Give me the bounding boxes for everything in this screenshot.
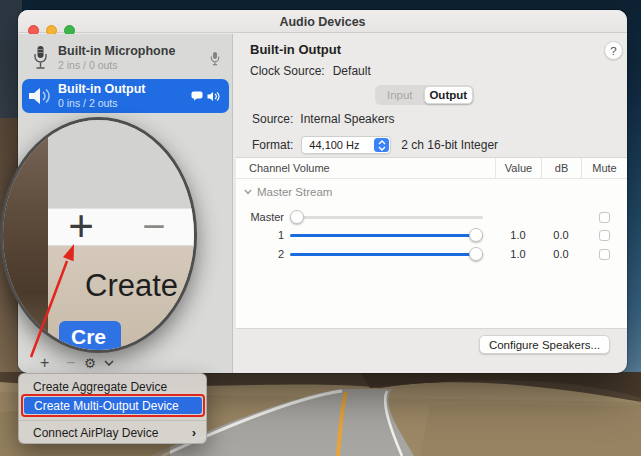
mute-checkbox[interactable] xyxy=(599,230,610,241)
sidebar-item-built-in-output[interactable]: Built-in Output 0 ins / 2 outs xyxy=(22,79,229,113)
header-db: dB xyxy=(541,158,581,178)
sample-rate-select[interactable]: 44,100 Hz xyxy=(301,136,391,154)
row-db: 0.0 xyxy=(541,229,581,241)
table-row-channel-1: 1 1.0 0.0 xyxy=(236,226,627,244)
context-menu: Create Aggregate Device Create Multi-Out… xyxy=(18,373,207,444)
format-label: Format: xyxy=(252,138,293,152)
speaker-icon xyxy=(22,86,58,106)
device-detail: 2 ins / 0 outs xyxy=(58,59,210,72)
window-title: Audio Devices xyxy=(18,15,627,29)
menu-item-label: Connect AirPlay Device xyxy=(33,426,158,440)
stepper-icon[interactable] xyxy=(374,138,389,152)
clock-source-value: Default xyxy=(333,64,371,78)
master-volume-slider[interactable] xyxy=(290,210,483,224)
tab-output[interactable]: Output xyxy=(424,86,474,104)
magnified-create-text: Create xyxy=(85,268,178,304)
submenu-chevron-icon: › xyxy=(192,425,196,440)
configure-speakers-button[interactable]: Configure Speakers... xyxy=(479,335,610,354)
header-mute: Mute xyxy=(581,158,627,178)
source-value: Internal Speakers xyxy=(300,112,394,126)
master-stream-group[interactable]: Master Stream xyxy=(244,186,332,198)
input-mic-icon xyxy=(210,51,220,66)
tab-input[interactable]: Input xyxy=(376,86,424,104)
titlebar[interactable]: Audio Devices xyxy=(18,10,627,33)
row-db: 0.0 xyxy=(541,248,581,260)
help-button[interactable]: ? xyxy=(604,41,623,60)
device-name: Built-in Microphone xyxy=(58,44,210,60)
channel-2-volume-slider[interactable] xyxy=(290,247,483,261)
table-row-master: Master xyxy=(236,208,627,226)
device-name: Built-in Output xyxy=(58,82,191,98)
device-detail: 0 ins / 2 outs xyxy=(58,97,191,110)
source-row: Source:Internal Speakers xyxy=(252,112,394,126)
magnifier-callout: + − Create Cre xyxy=(0,117,197,353)
row-label: Master xyxy=(236,211,284,223)
menu-item-create-multi-output-device[interactable]: Create Multi-Output Device xyxy=(24,397,202,414)
mute-checkbox[interactable] xyxy=(599,212,610,223)
menu-item-create-aggregate-device[interactable]: Create Aggregate Device xyxy=(19,378,206,395)
annotation-red-box: Create Multi-Output Device xyxy=(21,394,205,417)
header-value: Value xyxy=(495,158,541,178)
clock-source-row: Clock Source:Default xyxy=(250,64,371,78)
format-detail: 2 ch 16-bit Integer xyxy=(401,138,498,152)
table-row-channel-2: 2 1.0 0.0 xyxy=(236,245,627,263)
microphone-icon xyxy=(22,45,58,71)
io-segmented-control: Input Output xyxy=(375,85,474,105)
format-row: Format: 44,100 Hz 2 ch 16-bit Integer xyxy=(252,136,498,154)
clock-source-label: Clock Source: xyxy=(250,64,325,78)
gear-icon[interactable]: ⚙ xyxy=(84,355,96,371)
menu-separator xyxy=(19,420,206,421)
sample-rate-value: 44,100 Hz xyxy=(309,139,359,151)
group-label: Master Stream xyxy=(257,186,332,198)
row-value: 1.0 xyxy=(495,229,541,241)
row-label: 2 xyxy=(236,248,284,260)
row-value: 1.0 xyxy=(495,248,541,260)
screenshot-stage: Audio Devices Built-in Microphone xyxy=(0,0,641,456)
magnified-add-button: + xyxy=(61,204,101,248)
default-output-speaker-icon xyxy=(207,91,220,102)
add-device-button[interactable]: + xyxy=(40,354,49,372)
row-label: 1 xyxy=(236,229,284,241)
sidebar-item-built-in-microphone[interactable]: Built-in Microphone 2 ins / 0 outs xyxy=(22,41,229,75)
menu-item-connect-airplay-device[interactable]: Connect AirPlay Device › xyxy=(19,424,206,441)
table-header: Channel Volume Value dB Mute xyxy=(236,158,627,179)
header-channel-volume: Channel Volume xyxy=(236,162,495,174)
mute-checkbox[interactable] xyxy=(599,249,610,260)
channel-1-volume-slider[interactable] xyxy=(290,228,483,242)
chevron-down-icon[interactable] xyxy=(104,360,114,366)
source-label: Source: xyxy=(252,112,293,126)
remove-device-button[interactable]: − xyxy=(66,354,75,372)
alert-bubble-icon xyxy=(191,91,203,101)
channel-volume-table: Channel Volume Value dB Mute Master Stre… xyxy=(236,157,627,329)
selected-device-title: Built-in Output xyxy=(250,42,341,57)
magnified-remove-button: − xyxy=(135,206,173,246)
disclosure-chevron-icon[interactable] xyxy=(244,189,252,195)
